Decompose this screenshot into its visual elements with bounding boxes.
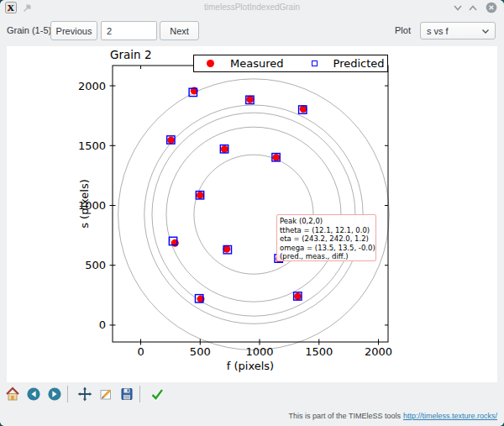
chevron-down-icon — [481, 29, 490, 34]
pan-move-icon — [77, 387, 92, 402]
legend-label-measured: Measured — [230, 57, 284, 70]
plot-select-value: s vs f — [427, 26, 449, 36]
x-tick-label: 0 — [137, 345, 144, 358]
application-window: X timelessPlotIndexedGrain Grain (1-5) :… — [0, 0, 504, 426]
forward-button[interactable] — [45, 386, 63, 403]
peak-annotation: Peak (0,2,0) ttheta = (12.1, 12.1, 0.0) … — [276, 214, 376, 261]
titlebar-chevron-down-button[interactable] — [452, 3, 464, 13]
measured-marker-icon — [207, 60, 214, 67]
save-floppy-icon — [119, 387, 134, 402]
forward-arrow-icon — [47, 387, 62, 402]
grain-number-input[interactable] — [101, 21, 157, 40]
y-axis-label: s (pixels) — [78, 179, 91, 229]
window-title: timelessPlotIndexedGrain — [0, 3, 504, 12]
toolbar-separator — [67, 386, 68, 402]
annotation-line: (pred., meas., diff.) — [280, 252, 373, 261]
toolbar-separator — [139, 386, 140, 402]
control-bar: Grain (1-5) : Previous Next Plot s vs f — [0, 16, 504, 46]
annotation-line: Peak (0,2,0) — [280, 217, 373, 226]
axes-frame — [113, 66, 388, 342]
measured-point[interactable] — [273, 154, 280, 160]
back-button[interactable] — [24, 386, 42, 403]
check-button[interactable] — [148, 386, 165, 403]
y-tick-label: 500 — [85, 259, 106, 271]
x-tick-label: 2000 — [365, 345, 392, 358]
legend-label-predicted: Predicted — [333, 57, 385, 70]
measured-point[interactable] — [247, 96, 254, 103]
measured-point[interactable] — [221, 145, 228, 152]
x-tick-label: 1000 — [245, 345, 273, 358]
timeless-link[interactable]: http://timeless.texture.rocks/ — [403, 412, 497, 420]
edit-button[interactable] — [97, 386, 114, 403]
x-axis-label: f (pixels) — [227, 360, 274, 372]
predicted-marker-icon — [312, 60, 318, 66]
back-arrow-icon — [26, 387, 41, 402]
plot-svg: 05001000150020000500100015002000f (pixel… — [7, 46, 497, 382]
annotation-line: eta = (243.2, 242.0, 1.2) — [280, 234, 373, 244]
plot-label: Plot — [395, 25, 411, 35]
status-text: This is part of the TIMEleSS tools — [289, 412, 401, 420]
edit-pencil-icon — [98, 387, 113, 402]
previous-button[interactable]: Previous — [50, 21, 97, 40]
plot-title: Grain 2 — [110, 48, 151, 61]
plot-select[interactable]: s vs f — [420, 22, 496, 39]
y-tick-label: 0 — [99, 318, 106, 331]
next-button[interactable]: Next — [160, 21, 199, 40]
measured-point[interactable] — [294, 293, 301, 300]
grain-range-label: Grain (1-5) : — [7, 25, 56, 35]
measured-point[interactable] — [300, 106, 307, 113]
titlebar: X timelessPlotIndexedGrain — [0, 0, 504, 16]
home-icon — [5, 387, 20, 402]
annotation-line: ttheta = (12.1, 12.1, 0.0) — [280, 226, 373, 235]
figure-canvas[interactable]: 05001000150020000500100015002000f (pixel… — [7, 46, 497, 382]
annotation-line: omega = (13.5, 13.5, -0.0) — [280, 244, 373, 253]
home-button[interactable] — [3, 386, 21, 403]
check-mark-icon — [150, 387, 165, 402]
close-button[interactable] — [486, 2, 497, 13]
measured-point[interactable] — [167, 137, 174, 144]
legend: Measured Predicted — [193, 55, 388, 72]
save-button[interactable] — [118, 386, 135, 403]
pan-button[interactable] — [76, 386, 93, 403]
titlebar-chevron-up-button[interactable] — [467, 3, 479, 13]
y-tick-label: 1500 — [78, 139, 106, 152]
y-tick-label: 2000 — [78, 80, 106, 92]
measured-point[interactable] — [223, 245, 230, 252]
x-tick-label: 1500 — [305, 345, 333, 358]
x-tick-label: 500 — [190, 345, 211, 358]
status-bar: This is part of the TIMEleSS tools http:… — [0, 406, 504, 426]
measured-point[interactable] — [197, 192, 203, 198]
navigation-toolbar — [0, 382, 504, 406]
